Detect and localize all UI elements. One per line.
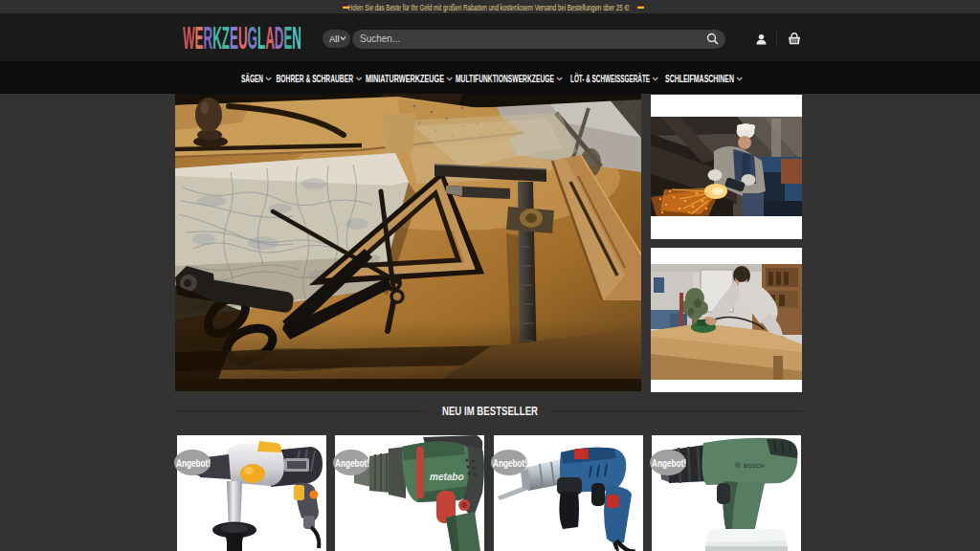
svg-text:MINIATURWERKZEUGE: MINIATURWERKZEUGE [366, 74, 444, 84]
svg-text:Angebot!: Angebot! [652, 457, 686, 469]
svg-text:NEU IM BESTSELLER: NEU IM BESTSELLER [442, 404, 538, 418]
svg-text:LÖT- & SCHWEISSGERÄTE: LÖT- & SCHWEISSGERÄTE [570, 73, 650, 84]
svg-text:SCHLEIFMASCHINEN: SCHLEIFMASCHINEN [665, 74, 734, 84]
svg-text:SÄGEN: SÄGEN [241, 73, 263, 84]
svg-text:metabo: metabo [430, 472, 464, 482]
svg-text:WERKZEUGLADEN: WERKZEUGLADEN [183, 25, 301, 54]
svg-text:Angebot!: Angebot! [493, 457, 527, 469]
svg-text:Angebot!: Angebot! [176, 457, 211, 469]
svg-text:BOSCH: BOSCH [744, 463, 765, 469]
svg-text:Holen Sie das Beste für Ihr Ge: Holen Sie das Beste für Ihr Geld mit gro… [348, 4, 630, 12]
svg-text:MULTIFUNKTIONSWERKZEUGE: MULTIFUNKTIONSWERKZEUGE [456, 74, 554, 84]
svg-text:Angebot!: Angebot! [335, 457, 369, 469]
svg-text:BOHRER & SCHRAUBER: BOHRER & SCHRAUBER [277, 74, 354, 84]
